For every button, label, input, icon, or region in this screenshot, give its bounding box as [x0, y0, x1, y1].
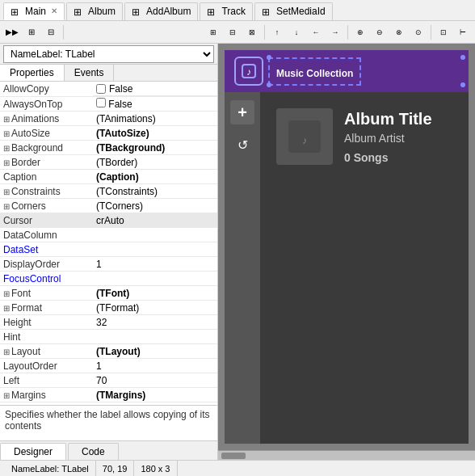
tab-setmediaid[interactable]: ⊞ SetMediaId [254, 2, 333, 20]
align-btn-3[interactable]: ⊠ [243, 23, 261, 41]
prop-value: (TFormat) [93, 301, 217, 315]
expand-icon[interactable]: ⊞ [3, 304, 10, 313]
prop-value: (TMargins) [93, 388, 217, 402]
tab-designer[interactable]: Designer [0, 443, 66, 460]
align-btn-2[interactable]: ⊟ [224, 23, 242, 41]
tab-track[interactable]: ⊞ Track [200, 2, 253, 20]
align-btn-13[interactable]: ⊢ [454, 23, 472, 41]
align-btn-8[interactable]: ⊕ [351, 23, 369, 41]
app-preview: ♪ Music Collection + ↺ [225, 50, 469, 444]
expand-icon[interactable]: ⊞ [3, 144, 10, 153]
prop-value[interactable]: False [93, 82, 217, 96]
tab-setmediaid-label: SetMediaId [276, 6, 326, 17]
expand-icon[interactable]: ⊞ [3, 289, 10, 298]
table-row[interactable]: Height 32 [0, 315, 217, 330]
alwaysontop-checkbox[interactable] [96, 98, 106, 107]
table-row[interactable]: ⊞AutoSize (TAutoSize) [0, 126, 217, 141]
table-row[interactable]: DataSet [0, 242, 217, 257]
align-btn-10[interactable]: ⊗ [390, 23, 408, 41]
preview-area[interactable]: ♪ Music Collection + ↺ [218, 44, 475, 450]
prop-name: Caption [0, 170, 93, 184]
toolbar-btn-1[interactable]: ▶▶ [3, 23, 21, 41]
table-row[interactable]: LayoutOrder 1 [0, 359, 217, 373]
toolbar-sep-1 [63, 25, 64, 40]
prop-name: ⊞Border [0, 155, 93, 170]
table-row[interactable]: Hint [0, 330, 217, 344]
main-content: NameLabel: TLabel Properties Events Allo… [0, 44, 475, 460]
right-panel: ♪ Music Collection + ↺ [218, 44, 475, 460]
prop-value [93, 330, 217, 344]
table-row[interactable]: Cursor crAuto [0, 213, 217, 228]
album-songs: 0 Songs [344, 151, 432, 164]
tab-properties[interactable]: Properties [0, 65, 65, 81]
tab-album[interactable]: ⊞ Album [66, 2, 123, 20]
sidebar-add-btn[interactable]: + [230, 100, 254, 124]
tab-code[interactable]: Code [68, 443, 119, 460]
corner-dot-tl [267, 55, 271, 60]
align-btn-4[interactable]: ↑ [268, 23, 286, 41]
align-btn-12[interactable]: ⊡ [435, 23, 452, 41]
table-row[interactable]: Left 70 [0, 373, 217, 388]
toolbar-sep-2 [264, 25, 265, 40]
tab-addalbum-icon: ⊞ [132, 6, 143, 16]
table-row[interactable]: Name NameLabel [0, 402, 217, 406]
table-row[interactable]: ⊞Background (TBackground) [0, 141, 217, 155]
tab-addalbum[interactable]: ⊞ AddAlbum [124, 2, 198, 20]
table-row[interactable]: DataColumn [0, 228, 217, 242]
prop-value: crAuto [93, 213, 217, 228]
component-selector-bar: NameLabel: TLabel [0, 44, 217, 65]
expand-icon[interactable]: ⊞ [3, 348, 10, 356]
preview-h-scrollbar[interactable] [218, 450, 475, 460]
table-row[interactable]: ⊞Constraints (TConstraints) [0, 184, 217, 199]
expand-icon[interactable]: ⊞ [3, 129, 10, 138]
expand-icon[interactable]: ⊞ [3, 391, 10, 400]
prop-name: AllowCopy [0, 82, 93, 97]
table-row[interactable]: ⊞Font (TFont) [0, 286, 217, 301]
table-row[interactable]: ⊞Format (TFormat) [0, 301, 217, 315]
component-select[interactable]: NameLabel: TLabel [3, 45, 214, 63]
description-text: Specifies whether the label allows copyi… [5, 409, 209, 432]
table-row[interactable]: AllowCopy False [0, 82, 217, 97]
prop-name: FocusControl [0, 272, 93, 286]
sidebar-refresh-btn[interactable]: ↺ [230, 133, 254, 157]
props-scroll[interactable]: AllowCopy False AlwaysOnTop False [0, 82, 217, 405]
prop-name: DataSet [0, 242, 93, 257]
expand-icon[interactable]: ⊞ [3, 187, 10, 196]
table-row[interactable]: ⊞Animations (TAnimations) [0, 112, 217, 126]
table-row[interactable]: ⊞Layout (TLayout) [0, 344, 217, 359]
tab-main-close[interactable]: ✕ [51, 6, 57, 15]
align-btn-5[interactable]: ↓ [288, 23, 305, 41]
table-row[interactable]: Caption (Caption) [0, 170, 217, 184]
table-row[interactable]: DisplayOrder 1 [0, 257, 217, 272]
prop-value[interactable]: False [93, 97, 217, 112]
table-row[interactable]: ⊞Corners (TCorners) [0, 199, 217, 213]
prop-name: ⊞Font [0, 286, 93, 301]
corner-dot-bl [267, 82, 271, 87]
table-row[interactable]: ⊞Margins (TMargins) [0, 388, 217, 402]
align-btn-6[interactable]: ← [307, 23, 325, 41]
prop-value: (TFont) [93, 286, 217, 301]
toolbar-btn-2[interactable]: ⊞ [23, 23, 40, 41]
align-btn-1[interactable]: ⊞ [204, 23, 222, 41]
table-row[interactable]: ⊞Border (TBorder) [0, 155, 217, 170]
align-btn-9[interactable]: ⊖ [371, 23, 389, 41]
tab-events[interactable]: Events [65, 65, 115, 81]
allowcopy-checkbox[interactable] [96, 84, 106, 94]
prop-name: ⊞Format [0, 301, 93, 315]
album-info: Album Title Album Artist 0 Songs [344, 110, 432, 164]
align-btn-11[interactable]: ⊙ [410, 23, 427, 41]
app-header-title[interactable]: Music Collection [271, 61, 358, 82]
properties-table: AllowCopy False AlwaysOnTop False [0, 82, 217, 405]
toolbar-btn-3[interactable]: ⊟ [42, 23, 60, 41]
table-row[interactable]: FocusControl [0, 272, 217, 286]
prop-name: LayoutOrder [0, 359, 93, 373]
expand-icon[interactable]: ⊞ [3, 115, 10, 124]
expand-icon[interactable]: ⊞ [3, 158, 10, 167]
tab-main[interactable]: ⊞ Main ✕ [3, 2, 65, 20]
prop-value: NameLabel [93, 402, 217, 406]
align-btn-7[interactable]: → [326, 23, 344, 41]
table-row[interactable]: AlwaysOnTop False [0, 97, 217, 112]
expand-icon[interactable]: ⊞ [3, 202, 10, 211]
tab-album-icon: ⊞ [74, 6, 85, 16]
prop-name: ⊞Background [0, 141, 93, 155]
